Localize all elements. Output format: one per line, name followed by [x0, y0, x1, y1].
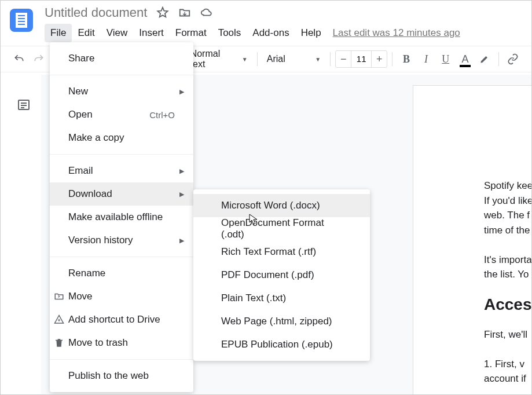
underline-button[interactable]: U — [436, 50, 455, 68]
menu-file[interactable]: File — [45, 24, 72, 42]
font-select[interactable]: Arial ▼ — [262, 52, 325, 67]
menu-item-email[interactable]: Email▶ — [50, 159, 193, 182]
document-title[interactable]: Untitled document — [45, 5, 147, 20]
menu-item-make-copy[interactable]: Make a copy — [50, 126, 193, 149]
download-txt[interactable]: Plain Text (.txt) — [193, 287, 370, 310]
menu-tools[interactable]: Tools — [212, 24, 247, 42]
menu-item-rename[interactable]: Rename — [50, 262, 193, 285]
body-text: Spotify kee — [484, 178, 532, 193]
font-label: Arial — [267, 54, 285, 64]
body-text: web. The f — [484, 208, 532, 223]
menu-item-move[interactable]: Move — [50, 285, 193, 308]
menu-insert[interactable]: Insert — [133, 24, 170, 42]
body-heading: Access — [484, 292, 532, 317]
menu-item-add-shortcut[interactable]: Add shortcut to Drive — [50, 308, 193, 331]
download-pdf[interactable]: PDF Document (.pdf) — [193, 264, 370, 287]
submenu-arrow-icon: ▶ — [179, 237, 184, 244]
download-submenu: Microsoft Word (.docx) OpenDocument Form… — [193, 189, 370, 361]
docs-logo[interactable] — [10, 9, 33, 32]
menu-item-version-history[interactable]: Version history▶ — [50, 229, 193, 252]
download-docx[interactable]: Microsoft Word (.docx) — [193, 194, 370, 217]
submenu-arrow-icon: ▶ — [179, 191, 184, 198]
highlight-button[interactable] — [475, 50, 494, 68]
menu-item-new[interactable]: New▶ — [50, 80, 193, 103]
move-folder-icon[interactable] — [178, 6, 191, 19]
menu-format[interactable]: Format — [170, 24, 212, 42]
link-button[interactable] — [504, 50, 522, 68]
shortcut-label: Ctrl+O — [149, 110, 175, 120]
menu-help[interactable]: Help — [295, 24, 327, 42]
menu-item-trash[interactable]: Move to trash — [50, 331, 193, 354]
redo-button[interactable] — [30, 50, 48, 68]
italic-button[interactable]: I — [417, 50, 435, 68]
star-icon[interactable] — [156, 6, 169, 19]
chevron-down-icon: ▼ — [242, 56, 248, 63]
body-text: account if — [484, 371, 532, 386]
outline-toggle-icon[interactable] — [17, 98, 31, 112]
drive-shortcut-icon — [53, 314, 65, 325]
download-epub[interactable]: EPUB Publication (.epub) — [193, 333, 370, 356]
bold-button[interactable]: B — [397, 50, 416, 68]
download-odt[interactable]: OpenDocument Format (.odt) — [193, 217, 370, 240]
submenu-arrow-icon: ▶ — [179, 88, 184, 96]
menu-item-publish[interactable]: Publish to the web — [50, 364, 193, 387]
file-menu-dropdown: Share New▶ OpenCtrl+O Make a copy Email▶… — [50, 42, 193, 392]
menu-item-share[interactable]: Share — [50, 47, 193, 70]
text-color-button[interactable]: A — [456, 50, 475, 68]
download-rtf[interactable]: Rich Text Format (.rtf) — [193, 240, 370, 264]
move-icon — [53, 291, 65, 302]
last-edit-link[interactable]: Last edit was 12 minutes ago — [333, 24, 460, 42]
font-size-control: − 11 + — [335, 50, 387, 68]
undo-button[interactable] — [10, 50, 28, 68]
font-size-decrease[interactable]: − — [336, 51, 351, 67]
body-text: 1. First, v — [484, 357, 532, 372]
body-text: the list. Yo — [484, 267, 532, 282]
menubar: File Edit View Insert Format Tools Add-o… — [45, 24, 460, 42]
cloud-status-icon[interactable] — [200, 6, 213, 19]
menu-item-download[interactable]: Download▶ — [50, 182, 193, 206]
download-html[interactable]: Web Page (.html, zipped) — [193, 310, 370, 333]
body-text: If you'd like — [484, 193, 532, 209]
document-page[interactable]: Spotify kee If you'd like web. The f tim… — [413, 85, 532, 395]
trash-icon — [53, 337, 65, 349]
menu-view[interactable]: View — [101, 24, 134, 42]
body-text: time of the — [484, 223, 532, 238]
paragraph-style-select[interactable]: Normal text ▼ — [189, 46, 252, 72]
body-text: First, we'll — [484, 327, 532, 342]
menu-addons[interactable]: Add-ons — [247, 24, 295, 42]
chevron-down-icon: ▼ — [315, 56, 321, 63]
paragraph-style-label: Normal text — [190, 49, 237, 70]
font-size-increase[interactable]: + — [372, 51, 387, 67]
menu-edit[interactable]: Edit — [72, 24, 100, 42]
font-size-value[interactable]: 11 — [351, 51, 372, 67]
menu-item-open[interactable]: OpenCtrl+O — [50, 103, 193, 126]
menu-item-offline[interactable]: Make available offline — [50, 206, 193, 229]
body-text: It's importa — [484, 253, 532, 268]
submenu-arrow-icon: ▶ — [179, 167, 184, 175]
